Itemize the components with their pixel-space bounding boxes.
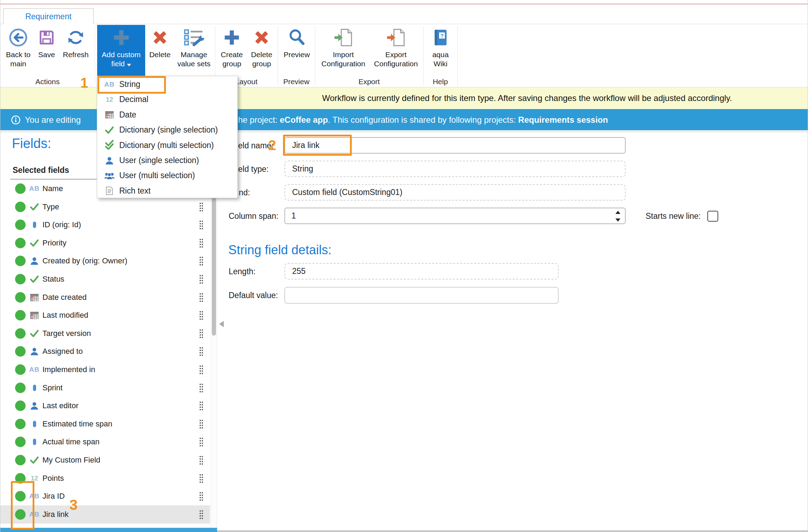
- ribbon-divider: [423, 26, 424, 85]
- import-configuration-button[interactable]: Import Configuration: [317, 25, 370, 75]
- panel-collapse-icon[interactable]: [219, 321, 224, 327]
- drag-handle-icon[interactable]: [199, 510, 204, 521]
- preview-magnifier-icon: [281, 25, 313, 50]
- field-row-last-modified[interactable]: Last modified: [0, 306, 210, 324]
- annotation-number-1: 1: [80, 75, 88, 91]
- field-row-priority[interactable]: Priority: [0, 234, 210, 252]
- user-icon: [28, 397, 40, 415]
- calendar-icon: [103, 110, 115, 119]
- field-row-date-created[interactable]: Date created: [0, 288, 210, 307]
- field-row-label: Jira link: [42, 505, 69, 524]
- menu-item-dictionary-single-selection[interactable]: Dictionary (single selection): [97, 122, 237, 137]
- menu-item-decimal[interactable]: 12Decimal: [97, 92, 237, 107]
- drag-handle-icon[interactable]: [199, 401, 204, 413]
- field-row-created-by-orig-owner[interactable]: Created by (orig: Owner): [0, 252, 210, 270]
- fields-panel-title: Fields:: [12, 136, 51, 151]
- shared-project-name: Requirements session: [518, 115, 608, 125]
- fields-scrollbar[interactable]: [211, 180, 217, 528]
- preview-button[interactable]: Preview: [281, 25, 313, 75]
- field-row-target-version[interactable]: Target version: [0, 324, 210, 343]
- default-value-input[interactable]: [284, 287, 559, 304]
- fields-scrollbar-thumb[interactable]: [212, 197, 216, 336]
- create-group-button[interactable]: Create group: [217, 25, 247, 75]
- aqua-wiki-button[interactable]: ? aqua Wiki: [426, 25, 455, 75]
- delete-group-label: Delete group: [247, 50, 276, 68]
- column-span-input[interactable]: [284, 208, 626, 224]
- field-row-status[interactable]: Status: [0, 270, 210, 288]
- field-row-id-orig-id[interactable]: ID (orig: Id): [0, 216, 210, 234]
- field-row-actual-time-span[interactable]: Actual time span: [0, 433, 210, 451]
- drag-handle-icon[interactable]: [199, 310, 204, 322]
- backend-field-input: [284, 184, 626, 201]
- save-button[interactable]: Save: [33, 25, 60, 75]
- field-enabled-indicator: [15, 455, 26, 465]
- editing-prefix-text: You are editing: [25, 115, 81, 125]
- plus-icon: [217, 25, 247, 50]
- save-label: Save: [33, 50, 60, 59]
- drag-handle-icon[interactable]: [199, 419, 204, 431]
- drag-handle-icon[interactable]: [199, 220, 204, 232]
- field-row-sprint[interactable]: Sprint: [0, 379, 210, 397]
- backend-field-label: nd:: [239, 188, 250, 197]
- field-enabled-indicator: [15, 419, 26, 429]
- calendar-icon: [28, 306, 40, 324]
- menu-item-label: User (single selection): [119, 156, 199, 165]
- menu-item-date[interactable]: Date: [97, 107, 237, 122]
- drag-handle-icon[interactable]: [199, 346, 204, 358]
- field-row-assigned-to[interactable]: Assigned to: [0, 342, 210, 361]
- drag-handle-icon[interactable]: [199, 473, 204, 485]
- dropdown-caret-icon: [127, 64, 131, 66]
- drag-handle-icon[interactable]: [199, 383, 204, 395]
- import-configuration-label: Import Configuration: [317, 50, 370, 68]
- field-row-type[interactable]: Type: [0, 198, 210, 216]
- ribbon-group-help-label: Help: [423, 78, 457, 87]
- user-icon: [28, 252, 40, 270]
- selected-fields-header: Selected fields: [13, 166, 69, 175]
- menu-item-rich-text[interactable]: Rich text: [97, 183, 237, 198]
- selected-fields-list: ABNameTypeID (orig: Id)PriorityCreated b…: [0, 180, 210, 528]
- refresh-button[interactable]: Refresh: [61, 25, 91, 75]
- drag-handle-icon[interactable]: [199, 365, 204, 377]
- menu-item-user-multi-selection[interactable]: User (multi selection): [97, 168, 237, 183]
- field-row-implemented-in[interactable]: ABImplemented in: [0, 361, 210, 379]
- export-configuration-button[interactable]: Export Configuration: [370, 25, 422, 75]
- create-group-label: Create group: [217, 50, 247, 68]
- tab-requirement[interactable]: Requirement: [3, 8, 94, 24]
- refresh-icon: [61, 25, 91, 50]
- drag-handle-icon[interactable]: [199, 292, 204, 304]
- delete-group-button[interactable]: Delete group: [247, 25, 276, 75]
- manage-value-sets-button[interactable]: Manage value sets: [174, 25, 214, 75]
- export-configuration-label: Export Configuration: [370, 50, 422, 68]
- column-span-increment-button[interactable]: [613, 209, 622, 216]
- annotation-number-2: 2: [268, 137, 276, 153]
- drag-handle-icon[interactable]: [199, 274, 204, 286]
- starts-new-line-checkbox[interactable]: [707, 211, 718, 222]
- numdot-icon: [28, 216, 40, 234]
- menu-item-label: Rich text: [119, 186, 150, 196]
- drag-handle-icon[interactable]: [199, 202, 204, 214]
- drag-handle-icon[interactable]: [199, 238, 204, 250]
- drag-handle-icon[interactable]: [199, 455, 204, 467]
- add-custom-field-button[interactable]: Add custom field: [97, 25, 145, 76]
- field-row-last-editor[interactable]: Last editor: [0, 397, 210, 415]
- column-span-decrement-button[interactable]: [613, 216, 622, 223]
- menu-item-dictionary-multi-selection[interactable]: Dictionary (multi selection): [97, 138, 237, 153]
- field-enabled-indicator: [15, 256, 26, 266]
- drag-handle-icon[interactable]: [199, 491, 204, 503]
- back-to-main-button[interactable]: Back to main: [4, 25, 33, 75]
- field-type-input: [284, 161, 626, 177]
- ribbon-group-export-label: Export: [315, 78, 423, 87]
- ribbon-divider: [315, 26, 315, 85]
- field-enabled-indicator: [15, 183, 26, 194]
- plus-icon: [97, 25, 145, 50]
- delete-button[interactable]: Delete: [147, 25, 173, 75]
- project-name: eCoffee app: [280, 115, 328, 125]
- field-row-estimated-time-span[interactable]: Estimated time span: [0, 415, 210, 433]
- save-icon: [33, 25, 60, 50]
- menu-item-user-single-selection[interactable]: User (single selection): [97, 153, 237, 168]
- field-row-my-custom-field[interactable]: My Custom Field: [0, 451, 210, 469]
- drag-handle-icon[interactable]: [199, 437, 204, 449]
- drag-handle-icon[interactable]: [199, 329, 204, 341]
- info-icon: [11, 115, 21, 125]
- drag-handle-icon[interactable]: [199, 256, 204, 268]
